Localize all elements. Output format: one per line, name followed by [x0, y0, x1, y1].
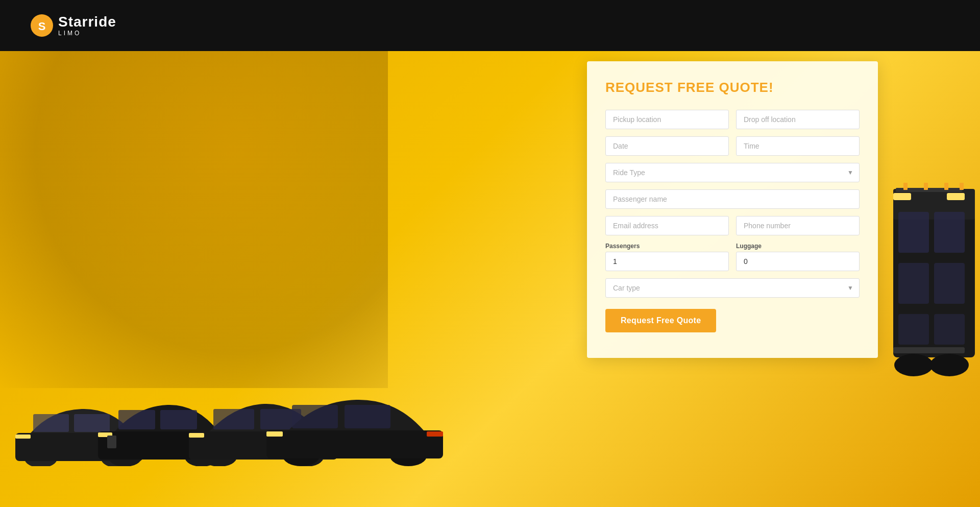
logo-icon: S — [31, 14, 53, 37]
svg-rect-38 — [898, 314, 929, 345]
dropoff-input[interactable] — [736, 110, 860, 129]
field-pickup — [605, 110, 729, 129]
svg-rect-46 — [903, 183, 908, 190]
hero-section: REQUEST FREE QUOTE! Ride T — [0, 51, 980, 507]
luggage-input[interactable] — [736, 252, 860, 271]
svg-rect-35 — [934, 212, 965, 253]
svg-rect-31 — [427, 431, 443, 437]
pickup-input[interactable] — [605, 110, 729, 129]
svg-rect-27 — [266, 430, 443, 458]
field-ride-type: Ride Type Airport Transfer Point to Poin… — [605, 163, 860, 182]
car-type-select-wrap: Car type Sedan SUV Stretch Limo Party Bu… — [605, 278, 860, 298]
submit-button[interactable]: Request Free Quote — [605, 309, 716, 332]
cars-display — [0, 293, 434, 466]
brand-name: Starride — [58, 15, 116, 29]
svg-rect-22 — [189, 433, 204, 438]
quote-form-panel: REQUEST FREE QUOTE! Ride T — [587, 61, 878, 358]
form-title: REQUEST FREE QUOTE! — [605, 80, 860, 95]
svg-rect-16 — [107, 436, 116, 448]
field-luggage: Luggage — [736, 243, 860, 271]
van-right — [878, 174, 980, 388]
logo-text: Starride LIMO — [58, 15, 116, 36]
svg-rect-5 — [33, 414, 69, 432]
car-4 — [260, 390, 449, 466]
passengers-label: Passengers — [605, 243, 729, 250]
svg-rect-43 — [893, 193, 911, 200]
svg-rect-7 — [15, 434, 31, 439]
svg-rect-42 — [893, 347, 965, 353]
svg-rect-34 — [898, 212, 929, 253]
car-type-select[interactable]: Car type Sedan SUV Stretch Limo Party Bu… — [605, 278, 860, 298]
svg-point-41 — [930, 354, 969, 376]
row-locations — [605, 110, 860, 129]
field-dropoff — [736, 110, 860, 129]
svg-rect-30 — [266, 431, 283, 437]
field-time — [736, 136, 860, 156]
field-phone — [736, 216, 860, 235]
passengers-input[interactable] — [605, 252, 729, 271]
phone-input[interactable] — [736, 216, 860, 235]
ride-type-select[interactable]: Ride Type Airport Transfer Point to Poin… — [605, 163, 860, 182]
row-contact — [605, 216, 860, 235]
field-car-type: Car type Sedan SUV Stretch Limo Party Bu… — [605, 278, 860, 298]
row-car-type: Car type Sedan SUV Stretch Limo Party Bu… — [605, 278, 860, 298]
svg-rect-47 — [924, 183, 928, 190]
svg-rect-44 — [947, 193, 965, 200]
field-passengers: Passengers — [605, 243, 729, 271]
email-input[interactable] — [605, 216, 729, 235]
field-date — [605, 136, 729, 156]
field-email — [605, 216, 729, 235]
svg-rect-28 — [292, 405, 338, 428]
navbar: S Starride LIMO — [0, 0, 980, 51]
svg-rect-48 — [944, 183, 948, 190]
row-submit: Request Free Quote — [605, 305, 860, 332]
svg-text:S: S — [38, 20, 46, 33]
svg-rect-37 — [934, 263, 965, 304]
svg-rect-20 — [213, 409, 254, 429]
svg-rect-49 — [960, 183, 964, 190]
luggage-label: Luggage — [736, 243, 860, 250]
passenger-name-input[interactable] — [605, 189, 860, 209]
svg-rect-12 — [118, 410, 155, 429]
ride-type-select-wrap: Ride Type Airport Transfer Point to Poin… — [605, 163, 860, 182]
svg-rect-39 — [934, 314, 965, 345]
brand-sub: LIMO — [58, 30, 116, 36]
date-input[interactable] — [605, 136, 729, 156]
time-input[interactable] — [736, 136, 860, 156]
svg-point-40 — [894, 354, 933, 376]
svg-rect-29 — [345, 405, 390, 428]
row-ride-type: Ride Type Airport Transfer Point to Poin… — [605, 163, 860, 182]
row-datetime — [605, 136, 860, 156]
field-passenger-name — [605, 189, 860, 209]
row-passenger-name — [605, 189, 860, 209]
svg-rect-36 — [898, 263, 929, 304]
logo[interactable]: S Starride LIMO — [31, 14, 116, 37]
row-passengers-luggage: Passengers Luggage — [605, 243, 860, 271]
